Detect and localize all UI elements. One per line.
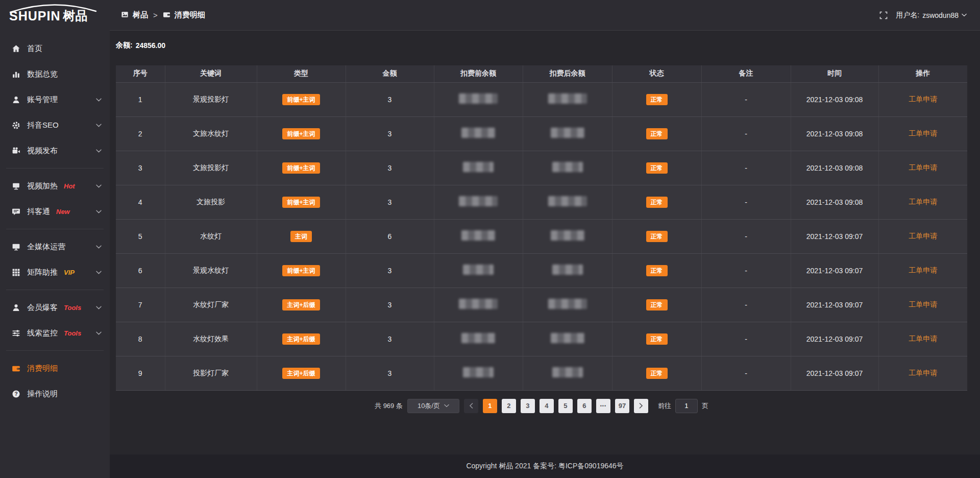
cell-time: 2021-12-03 09:08: [791, 82, 878, 116]
sidebar-item-label: 矩阵助推: [27, 268, 58, 277]
sidebar-item-consumption-detail[interactable]: 消费明细: [0, 355, 110, 381]
type-badge: 前缀+主词: [282, 162, 320, 174]
more-pages-button[interactable]: •••: [596, 399, 610, 413]
sidebar-item-member-baoke[interactable]: 会员爆客 Tools: [0, 295, 110, 320]
cell-amount: 3: [346, 322, 434, 356]
table-row: 9 投影灯厂家 主词+后缀 3 正常 - 2021-12-03 09:07 工单…: [116, 356, 967, 390]
sidebar-item-account[interactable]: 账号管理: [0, 87, 110, 112]
table-row: 8 水纹灯效果 主词+后缀 3 正常 - 2021-12-03 09:07 工单…: [116, 322, 967, 356]
work-order-link[interactable]: 工单申请: [909, 334, 937, 343]
masked-balance-before: [461, 128, 495, 138]
masked-balance-before: [463, 265, 494, 275]
status-badge: 正常: [646, 368, 668, 379]
status-badge: 正常: [646, 94, 668, 105]
cell-amount: 3: [346, 356, 434, 390]
goto-page: 前往 页: [658, 399, 708, 413]
page-button-5[interactable]: 5: [558, 399, 573, 413]
type-badge: 主词+后缀: [282, 333, 320, 345]
breadcrumb-separator: >: [153, 11, 158, 19]
next-page-button[interactable]: [634, 399, 648, 413]
balance-value: 24856.00: [136, 41, 165, 50]
tools-badge: Tools: [64, 304, 81, 312]
sidebar-item-video-heat[interactable]: 视频加热 Hot: [0, 173, 110, 199]
cell-index: 4: [116, 185, 165, 219]
table-row: 4 文旅投影 前缀+主词 3 正常 - 2021-12-03 09:08 工单申…: [116, 185, 967, 219]
fullscreen-icon[interactable]: [879, 11, 888, 19]
hot-badge: Hot: [64, 182, 75, 190]
col-amount: 金额: [346, 65, 434, 82]
new-badge: New: [56, 208, 70, 216]
masked-balance-after: [552, 265, 583, 275]
chevron-right-icon: [639, 403, 643, 409]
work-order-link[interactable]: 工单申请: [909, 129, 937, 137]
sidebar-item-label: 视频加热: [27, 181, 58, 191]
masked-balance-after: [551, 128, 584, 138]
masked-balance-after: [552, 162, 583, 172]
page-button-1[interactable]: 1: [483, 399, 497, 413]
page-button-97[interactable]: 97: [615, 399, 629, 413]
sidebar-item-data-overview[interactable]: 数据总览: [0, 61, 110, 87]
main-area: 树品 > 消费明细 用户名: zswodun88 余额: 24856.00: [110, 0, 980, 478]
screen-icon: [11, 181, 20, 190]
status-badge: 正常: [646, 162, 668, 174]
col-balance-before: 扣费前余额: [434, 65, 523, 82]
col-type: 类型: [257, 65, 346, 82]
work-order-link[interactable]: 工单申请: [909, 266, 937, 274]
cell-keyword: 景观水纹灯: [165, 253, 257, 288]
cell-index: 6: [116, 253, 165, 288]
work-order-link[interactable]: 工单申请: [909, 95, 937, 103]
type-badge: 前缀+主词: [282, 265, 320, 276]
work-order-link[interactable]: 工单申请: [909, 232, 937, 240]
cell-amount: 3: [346, 82, 434, 116]
cell-time: 2021-12-03 09:07: [791, 356, 878, 390]
sidebar-divider: [6, 290, 104, 290]
page-button-6[interactable]: 6: [577, 399, 592, 413]
cell-keyword: 水纹灯厂家: [165, 288, 257, 322]
page-size-select[interactable]: 10条/页: [407, 399, 459, 413]
table-row: 3 文旅投影灯 前缀+主词 3 正常 - 2021-12-03 09:08 工单…: [116, 151, 967, 185]
sidebar-divider: [6, 168, 104, 169]
cell-time: 2021-12-03 09:07: [791, 288, 878, 322]
user-icon: [11, 95, 20, 104]
masked-balance-before: [461, 230, 495, 241]
masked-balance-after: [548, 299, 587, 309]
app-logo: SHUPIN 树品: [0, 0, 110, 32]
work-order-link[interactable]: 工单申请: [909, 369, 937, 377]
sidebar-item-douketong[interactable]: 抖客通 New: [0, 199, 110, 224]
col-time: 时间: [791, 65, 878, 82]
breadcrumb-root[interactable]: 树品: [133, 10, 148, 20]
cell-time: 2021-12-03 09:08: [791, 151, 878, 185]
sidebar-item-all-media[interactable]: 全媒体运营: [0, 234, 110, 259]
cell-time: 2021-12-03 09:07: [791, 219, 878, 253]
table-row: 1 景观投影灯 前缀+主词 3 正常 - 2021-12-03 09:08 工单…: [116, 82, 967, 116]
user-menu[interactable]: 用户名: zswodun88: [896, 11, 967, 20]
sidebar-item-home[interactable]: 首页: [0, 36, 110, 61]
cell-remark: -: [701, 116, 791, 151]
sidebar-item-instructions[interactable]: ? 操作说明: [0, 381, 110, 407]
cell-remark: -: [701, 185, 791, 219]
col-status: 状态: [612, 65, 701, 82]
cell-remark: -: [701, 82, 791, 116]
page-button-3[interactable]: 3: [521, 399, 535, 413]
work-order-link[interactable]: 工单申请: [909, 198, 937, 206]
sidebar-item-douyin-seo[interactable]: 抖音SEO: [0, 112, 110, 138]
page-button-2[interactable]: 2: [502, 399, 516, 413]
sidebar-item-video-publish[interactable]: 视频发布: [0, 138, 110, 163]
table-row: 2 文旅水纹灯 前缀+主词 3 正常 - 2021-12-03 09:08 工单…: [116, 116, 967, 151]
sidebar-item-clue-monitor[interactable]: 线索监控 Tools: [0, 320, 110, 346]
masked-balance-before: [459, 196, 498, 206]
prev-page-button[interactable]: [464, 399, 478, 413]
status-badge: 正常: [646, 265, 668, 276]
masked-balance-after: [552, 367, 583, 377]
wallet-icon: [11, 364, 20, 373]
sidebar-item-matrix-boost[interactable]: 矩阵助推 VIP: [0, 259, 110, 285]
cell-time: 2021-12-03 09:07: [791, 253, 878, 288]
work-order-link[interactable]: 工单申请: [909, 163, 937, 172]
video-camera-icon: [11, 146, 20, 155]
cell-amount: 6: [346, 219, 434, 253]
sidebar-menu: 首页 数据总览 账号管理 抖音SEO: [0, 32, 110, 407]
work-order-link[interactable]: 工单申请: [909, 300, 937, 308]
cell-time: 2021-12-03 09:08: [791, 185, 878, 219]
goto-page-input[interactable]: [675, 399, 698, 413]
page-button-4[interactable]: 4: [540, 399, 554, 413]
